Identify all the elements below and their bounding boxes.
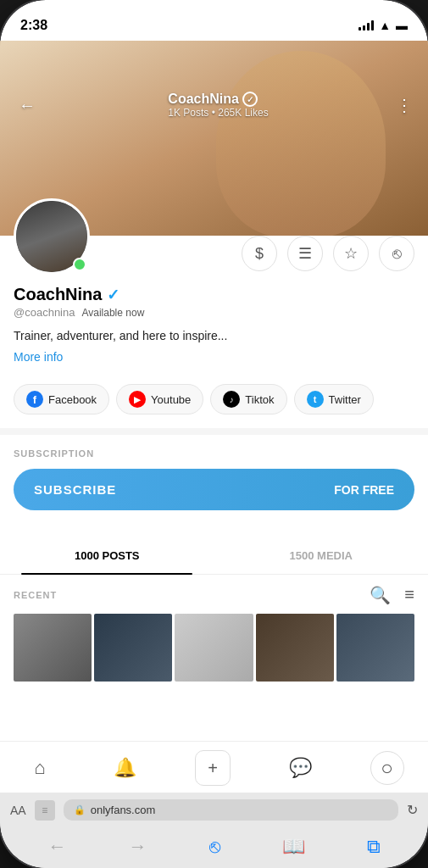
search-button[interactable]: 🔍 [370, 585, 391, 605]
media-thumb[interactable] [94, 614, 172, 682]
tabs-row: 1000 POSTS 1500 MEDIA [0, 537, 428, 575]
share-button[interactable]: ⎋ [379, 236, 414, 271]
message-button[interactable]: ☰ [287, 236, 323, 271]
header-stats: 1K Posts • 265K Likes [168, 107, 268, 119]
profile-name-row: CoachNina ✓ [14, 285, 414, 304]
media-thumb[interactable] [14, 614, 92, 682]
tip-button[interactable]: $ [242, 236, 277, 271]
tiktok-icon: ♪ [223, 391, 240, 408]
facebook-link[interactable]: f Facebook [14, 384, 109, 415]
for-free-text: FOR FREE [334, 483, 394, 497]
twitter-label: Twitter [329, 393, 361, 406]
status-bar: 2:38 ▲ ▬ [0, 0, 428, 41]
browser-bar: AA ≡ 🔒 onlyfans.com ↻ [0, 793, 428, 827]
tab-posts[interactable]: 1000 POSTS [0, 537, 214, 574]
browser-url: onlyfans.com [91, 804, 156, 816]
bio-text: Trainer, adventurer, and here to inspire… [14, 327, 414, 345]
nav-home[interactable]: ⌂ [24, 754, 55, 782]
reader-icon[interactable]: ≡ [35, 800, 55, 821]
back-button[interactable]: ← [14, 92, 41, 119]
nav-messages[interactable]: 💬 [279, 754, 322, 782]
recent-section: RECENT 🔍 ≡ [0, 575, 428, 688]
avatar-actions-row: $ ☰ ☆ ⎋ [0, 198, 428, 275]
battery-icon: ▬ [396, 19, 408, 32]
youtube-link[interactable]: ▶ Youtube [116, 384, 203, 415]
lock-icon: 🔒 [74, 804, 86, 815]
nav-notifications[interactable]: 🔔 [103, 754, 147, 782]
more-info-link[interactable]: More info [14, 350, 414, 364]
refresh-button[interactable]: ↻ [407, 802, 418, 818]
media-thumb[interactable] [336, 614, 414, 682]
profile-info: CoachNina ✓ @coachnina Available now Tra… [0, 275, 428, 384]
subscribe-text: SUBSCRIBE [34, 482, 116, 497]
twitter-link[interactable]: t Twitter [294, 384, 374, 415]
safari-forward[interactable]: → [129, 836, 147, 858]
safari-back[interactable]: ← [48, 836, 67, 858]
tabs-section: 1000 POSTS 1500 MEDIA [0, 537, 428, 575]
availability-status: Available now [81, 307, 144, 319]
safari-bottom-bar: ← → ⎋ 📖 ⧉ [0, 827, 428, 868]
nav-profile[interactable]: ○ [370, 751, 404, 785]
recent-label: RECENT [14, 590, 57, 600]
signal-icon [359, 20, 374, 31]
phone-screen: 2:38 ▲ ▬ ← [0, 0, 428, 868]
status-icons: ▲ ▬ [359, 19, 408, 32]
media-grid [14, 614, 414, 682]
recent-actions: 🔍 ≡ [370, 585, 414, 605]
tiktok-label: Tiktok [245, 393, 274, 406]
bottom-nav: ⌂ 🔔 + 💬 ○ [0, 741, 428, 793]
subscription-section: SUBSCRIPTION SUBSCRIBE FOR FREE [0, 435, 428, 524]
username-status-row: @coachnina Available now [14, 306, 414, 319]
header-profile-name: CoachNina ✓ [168, 92, 268, 107]
wifi-icon: ▲ [379, 19, 391, 32]
online-indicator [73, 258, 86, 271]
phone-frame: 2:38 ▲ ▬ ← [0, 0, 428, 868]
browser-url-area[interactable]: 🔒 onlyfans.com [64, 799, 398, 821]
header-title-area: CoachNina ✓ 1K Posts • 265K Likes [168, 92, 268, 119]
youtube-icon: ▶ [129, 391, 146, 408]
profile-header-bar: ← CoachNina ✓ 1K Posts • 265K Likes ⋮ [0, 81, 428, 129]
tiktok-link[interactable]: ♪ Tiktok [210, 384, 286, 415]
facebook-label: Facebook [48, 393, 97, 406]
verified-badge: ✓ [107, 286, 120, 304]
status-time: 2:38 [20, 18, 47, 33]
subscribe-button[interactable]: SUBSCRIBE FOR FREE [14, 469, 414, 510]
profile-name: CoachNina [14, 285, 102, 304]
tab-media[interactable]: 1500 MEDIA [214, 537, 429, 574]
media-thumb[interactable] [175, 614, 253, 682]
recent-header: RECENT 🔍 ≡ [14, 585, 414, 605]
nav-add[interactable]: + [195, 750, 231, 786]
twitter-icon: t [307, 391, 324, 408]
header-verified-badge: ✓ [242, 92, 258, 107]
safari-tabs[interactable]: ⧉ [367, 836, 381, 858]
safari-bookmarks[interactable]: 📖 [282, 836, 305, 858]
profile-body: $ ☰ ☆ ⎋ CoachNina ✓ @coachnina Available… [0, 198, 428, 688]
avatar-wrapper [14, 198, 90, 275]
safari-share[interactable]: ⎋ [209, 836, 220, 858]
username: @coachnina [14, 306, 75, 319]
section-divider [0, 428, 428, 435]
more-options-button[interactable]: ⋮ [396, 95, 414, 115]
action-buttons: $ ☰ ☆ ⎋ [242, 236, 414, 275]
youtube-label: Youtube [151, 393, 191, 406]
filter-button[interactable]: ≡ [404, 585, 414, 605]
main-content: ← CoachNina ✓ 1K Posts • 265K Likes ⋮ [0, 0, 428, 741]
browser-aa[interactable]: AA [10, 804, 26, 817]
social-links: f Facebook ▶ Youtube ♪ Tiktok t Twitter [0, 384, 428, 428]
subscription-label: SUBSCRIPTION [14, 448, 414, 459]
media-thumb[interactable] [256, 614, 334, 682]
favorite-button[interactable]: ☆ [333, 236, 369, 271]
facebook-icon: f [26, 391, 43, 408]
